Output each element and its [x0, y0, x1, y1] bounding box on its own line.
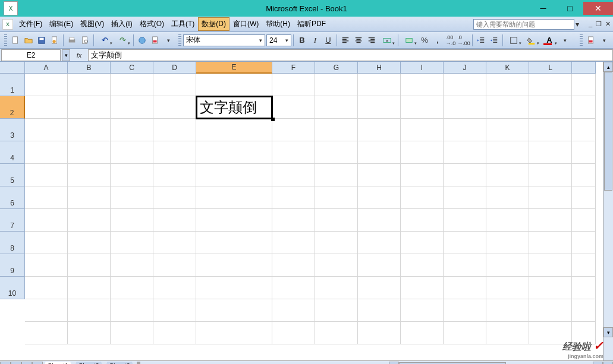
- toolbar-grip[interactable]: [178, 34, 181, 46]
- menu-file[interactable]: 文件(F): [15, 17, 46, 31]
- font-size-select[interactable]: 24▾: [266, 34, 291, 46]
- font-name-select[interactable]: 宋体▾: [183, 34, 265, 46]
- sheet-tab-2[interactable]: Sheet2: [73, 362, 105, 365]
- help-dropdown-icon[interactable]: ▾: [576, 20, 584, 29]
- row-header-1[interactable]: 1: [0, 74, 25, 96]
- cells[interactable]: // rows will be generated below with pla…: [25, 74, 603, 344]
- vscroll-track[interactable]: [603, 72, 613, 327]
- bold-button[interactable]: B: [296, 34, 309, 47]
- grid-main[interactable]: A B C D E F G H I J K L // rows will be …: [25, 62, 603, 360]
- open-button[interactable]: [22, 34, 35, 47]
- col-header-end[interactable]: [572, 62, 596, 74]
- menu-edit[interactable]: 编辑(E): [46, 17, 77, 31]
- col-header-d[interactable]: D: [153, 62, 196, 74]
- currency-button[interactable]: ▾: [400, 34, 418, 47]
- pdf-button[interactable]: [149, 34, 162, 47]
- row-header-6[interactable]: 6: [0, 186, 25, 209]
- horizontal-scrollbar[interactable]: ◀ ▶: [389, 362, 603, 365]
- col-header-h[interactable]: H: [358, 62, 401, 74]
- row-header-8[interactable]: 8: [0, 232, 25, 254]
- col-header-f[interactable]: F: [272, 62, 315, 74]
- align-right-button[interactable]: [365, 34, 378, 47]
- decrease-decimal-button[interactable]: .0→.00: [457, 34, 470, 47]
- toolbar-options-icon[interactable]: ▾: [598, 34, 611, 47]
- row-header-7[interactable]: 7: [0, 209, 25, 232]
- toolbar-options-icon[interactable]: ▾: [162, 34, 175, 47]
- merge-center-button[interactable]: a▾: [378, 34, 396, 47]
- toolbar-options-icon[interactable]: ▾: [558, 34, 571, 47]
- row-header-2[interactable]: 2: [0, 96, 25, 119]
- help-search-input[interactable]: [473, 19, 574, 30]
- scroll-up-button[interactable]: ▴: [603, 62, 613, 72]
- col-header-l[interactable]: L: [529, 62, 572, 74]
- row-header-10[interactable]: 10: [0, 277, 25, 299]
- row-header-5[interactable]: 5: [0, 164, 25, 186]
- align-left-button[interactable]: [339, 34, 352, 47]
- increase-indent-button[interactable]: [488, 34, 501, 47]
- percent-button[interactable]: %: [418, 34, 431, 47]
- increase-decimal-button[interactable]: .00→.0: [444, 34, 457, 47]
- col-header-j[interactable]: J: [444, 62, 486, 74]
- underline-button[interactable]: U: [322, 34, 335, 47]
- menu-data[interactable]: 数据(D): [198, 17, 230, 31]
- print-preview-button[interactable]: [78, 34, 92, 47]
- save-button[interactable]: [35, 34, 48, 47]
- select-all-corner[interactable]: [0, 62, 25, 74]
- col-header-a[interactable]: A: [25, 62, 68, 74]
- fill-color-button[interactable]: ▾: [523, 34, 540, 47]
- borders-button[interactable]: ▾: [505, 34, 523, 47]
- tab-last-button[interactable]: ⏭: [32, 362, 43, 365]
- hscroll-track[interactable]: [399, 362, 593, 365]
- permissions-button[interactable]: [48, 34, 61, 47]
- doc-close-button[interactable]: ✕: [605, 20, 611, 28]
- toolbar-grip[interactable]: [580, 34, 583, 46]
- col-header-i[interactable]: I: [401, 62, 444, 74]
- menu-format[interactable]: 格式(O): [136, 17, 168, 31]
- toolbar-grip[interactable]: [4, 34, 7, 46]
- tab-first-button[interactable]: ⏮: [0, 362, 11, 365]
- menu-window[interactable]: 窗口(W): [230, 17, 262, 31]
- scroll-right-button[interactable]: ▶: [593, 362, 603, 365]
- row-header-9[interactable]: 9: [0, 254, 25, 277]
- fill-handle[interactable]: [271, 118, 275, 121]
- col-header-e[interactable]: E: [196, 62, 272, 74]
- active-cell[interactable]: 文字颠倒: [196, 96, 273, 119]
- fx-icon[interactable]: fx: [70, 52, 88, 59]
- tab-split-handle[interactable]: [137, 362, 140, 365]
- scroll-down-button[interactable]: ▾: [603, 327, 613, 337]
- row-header-4[interactable]: 4: [0, 141, 25, 164]
- scroll-left-button[interactable]: ◀: [389, 362, 399, 365]
- col-header-c[interactable]: C: [111, 62, 153, 74]
- decrease-indent-button[interactable]: [474, 34, 488, 47]
- doc-minimize-button[interactable]: _: [589, 20, 592, 28]
- maximize-button[interactable]: □: [557, 2, 583, 15]
- new-button[interactable]: [9, 34, 22, 47]
- font-color-button[interactable]: A▾: [540, 34, 558, 47]
- redo-button[interactable]: ↷▾: [114, 34, 131, 47]
- col-header-b[interactable]: B: [68, 62, 111, 74]
- minimize-button[interactable]: ─: [530, 2, 557, 15]
- row-header-3[interactable]: 3: [0, 119, 25, 141]
- menu-insert[interactable]: 插入(I): [108, 17, 136, 31]
- name-box[interactable]: E2: [1, 49, 61, 61]
- doc-restore-button[interactable]: ❐: [596, 20, 602, 28]
- hyperlink-button[interactable]: [136, 34, 149, 47]
- name-box-dropdown[interactable]: ▾: [62, 49, 70, 61]
- menu-foxit[interactable]: 福昕PDF: [294, 17, 329, 31]
- sheet-tab-3[interactable]: Sheet3: [104, 362, 136, 365]
- app-menu-icon[interactable]: X: [2, 19, 13, 30]
- close-button[interactable]: ✕: [583, 2, 613, 15]
- print-button[interactable]: [65, 34, 78, 47]
- tab-next-button[interactable]: ▶: [21, 362, 32, 365]
- menu-tools[interactable]: 工具(T): [168, 17, 198, 31]
- align-center-button[interactable]: [352, 34, 365, 47]
- vscroll-thumb[interactable]: [604, 72, 612, 191]
- tab-prev-button[interactable]: ◀: [11, 362, 21, 365]
- undo-button[interactable]: ↶▾: [96, 34, 114, 47]
- menu-view[interactable]: 视图(V): [77, 17, 108, 31]
- col-header-k[interactable]: K: [486, 62, 529, 74]
- sheet-tab-1[interactable]: Sheet1: [42, 362, 74, 365]
- vertical-scrollbar[interactable]: ▴ ▾: [603, 62, 613, 360]
- menu-help[interactable]: 帮助(H): [262, 17, 294, 31]
- formula-input[interactable]: 文字颠倒: [88, 49, 613, 61]
